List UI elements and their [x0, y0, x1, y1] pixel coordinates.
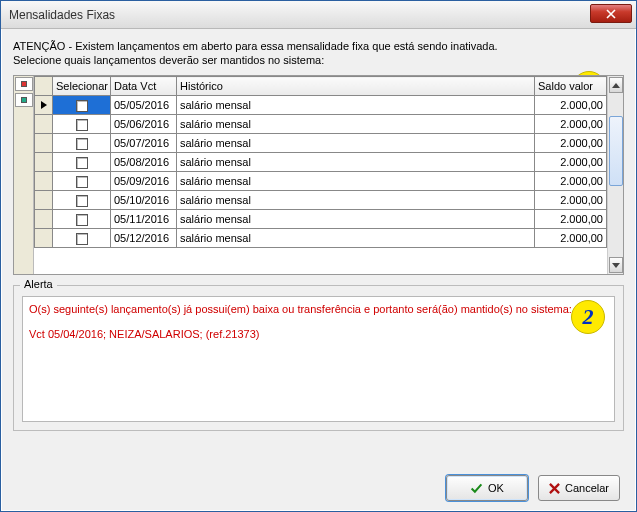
dialog-window: Mensalidades Fixas ATENÇÃO - Existem lan… — [0, 0, 637, 512]
select-all-button[interactable] — [15, 93, 33, 107]
row-indicator — [35, 134, 53, 153]
instr-line2: Selecione quais lançamentos deverão ser … — [13, 54, 324, 66]
titlebar: Mensalidades Fixas — [1, 1, 636, 29]
cell-select[interactable] — [53, 172, 111, 191]
table-row[interactable]: 05/09/2016salário mensal2.000,00 — [35, 172, 607, 191]
cell-hist: salário mensal — [177, 191, 535, 210]
cell-date: 05/11/2016 — [111, 210, 177, 229]
row-indicator — [35, 210, 53, 229]
cell-hist: salário mensal — [177, 210, 535, 229]
cell-value: 2.000,00 — [535, 191, 607, 210]
alert-line1: O(s) seguinte(s) lançamento(s) já possui… — [29, 302, 608, 317]
current-row-icon — [41, 101, 47, 109]
deselect-all-button[interactable] — [15, 77, 33, 91]
cell-hist: salário mensal — [177, 134, 535, 153]
table-row[interactable]: 05/08/2016salário mensal2.000,00 — [35, 153, 607, 172]
cell-date: 05/06/2016 — [111, 115, 177, 134]
window-title: Mensalidades Fixas — [9, 8, 115, 22]
checkbox[interactable] — [76, 176, 88, 188]
ok-label: OK — [488, 482, 504, 494]
instr-line1: ATENÇÃO - Existem lançamentos em aberto … — [13, 40, 498, 52]
x-icon — [549, 483, 560, 494]
close-button[interactable] — [590, 4, 632, 23]
button-bar: OK Cancelar — [446, 475, 620, 501]
callout-2: 2 — [571, 300, 605, 334]
grid-corner — [35, 77, 53, 96]
grid: Selecionar Data Vct Histórico Saldo valo… — [13, 75, 624, 275]
cell-select[interactable] — [53, 210, 111, 229]
cell-date: 05/05/2016 — [111, 96, 177, 115]
cell-value: 2.000,00 — [535, 210, 607, 229]
table-row[interactable]: 05/10/2016salário mensal2.000,00 — [35, 191, 607, 210]
row-indicator — [35, 115, 53, 134]
checkbox[interactable] — [76, 157, 88, 169]
cell-value: 2.000,00 — [535, 96, 607, 115]
checkbox[interactable] — [76, 138, 88, 150]
row-toolbar — [14, 76, 34, 274]
instructions: ATENÇÃO - Existem lançamentos em aberto … — [13, 39, 624, 67]
close-icon — [606, 9, 616, 19]
col-select[interactable]: Selecionar — [53, 77, 111, 96]
checkbox[interactable] — [76, 119, 88, 131]
table-row[interactable]: 05/05/2016salário mensal2.000,00 — [35, 96, 607, 115]
check-icon — [470, 482, 483, 495]
cell-select[interactable] — [53, 115, 111, 134]
cell-date: 05/07/2016 — [111, 134, 177, 153]
cell-hist: salário mensal — [177, 229, 535, 248]
col-hist[interactable]: Histórico — [177, 77, 535, 96]
cell-date: 05/12/2016 — [111, 229, 177, 248]
cell-value: 2.000,00 — [535, 153, 607, 172]
cell-date: 05/09/2016 — [111, 172, 177, 191]
grid-header-row: Selecionar Data Vct Histórico Saldo valo… — [35, 77, 607, 96]
checkbox[interactable] — [76, 214, 88, 226]
cell-select[interactable] — [53, 134, 111, 153]
row-indicator — [35, 172, 53, 191]
col-value[interactable]: Saldo valor — [535, 77, 607, 96]
cell-date: 05/08/2016 — [111, 153, 177, 172]
cell-select[interactable] — [53, 229, 111, 248]
cell-date: 05/10/2016 — [111, 191, 177, 210]
scroll-down-button[interactable] — [609, 257, 623, 273]
alert-legend: Alerta — [20, 278, 57, 290]
ok-button[interactable]: OK — [446, 475, 528, 501]
cell-select[interactable] — [53, 96, 111, 115]
cell-value: 2.000,00 — [535, 115, 607, 134]
cancel-label: Cancelar — [565, 482, 609, 494]
checkbox[interactable] — [76, 100, 88, 112]
cell-hist: salário mensal — [177, 96, 535, 115]
checkbox[interactable] — [76, 195, 88, 207]
cell-value: 2.000,00 — [535, 229, 607, 248]
vertical-scrollbar[interactable] — [607, 76, 623, 274]
row-indicator — [35, 229, 53, 248]
table-row[interactable]: 05/11/2016salário mensal2.000,00 — [35, 210, 607, 229]
row-indicator — [35, 96, 53, 115]
alert-body: O(s) seguinte(s) lançamento(s) já possui… — [22, 296, 615, 422]
cell-hist: salário mensal — [177, 115, 535, 134]
row-indicator — [35, 191, 53, 210]
alert-line2: Vct 05/04/2016; NEIZA/SALARIOS; (ref.213… — [29, 327, 608, 342]
alert-frame: Alerta O(s) seguinte(s) lançamento(s) já… — [13, 285, 624, 431]
table-row[interactable]: 05/12/2016salário mensal2.000,00 — [35, 229, 607, 248]
table-row[interactable]: 05/06/2016salário mensal2.000,00 — [35, 115, 607, 134]
cancel-button[interactable]: Cancelar — [538, 475, 620, 501]
chevron-up-icon — [612, 83, 620, 88]
grid-table: Selecionar Data Vct Histórico Saldo valo… — [34, 76, 607, 248]
chevron-down-icon — [612, 263, 620, 268]
scroll-thumb[interactable] — [609, 116, 623, 186]
cell-value: 2.000,00 — [535, 172, 607, 191]
cell-hist: salário mensal — [177, 172, 535, 191]
col-date[interactable]: Data Vct — [111, 77, 177, 96]
cell-select[interactable] — [53, 153, 111, 172]
cell-value: 2.000,00 — [535, 134, 607, 153]
row-indicator — [35, 153, 53, 172]
table-row[interactable]: 05/07/2016salário mensal2.000,00 — [35, 134, 607, 153]
checkbox[interactable] — [76, 233, 88, 245]
scroll-up-button[interactable] — [609, 77, 623, 93]
cell-select[interactable] — [53, 191, 111, 210]
cell-hist: salário mensal — [177, 153, 535, 172]
